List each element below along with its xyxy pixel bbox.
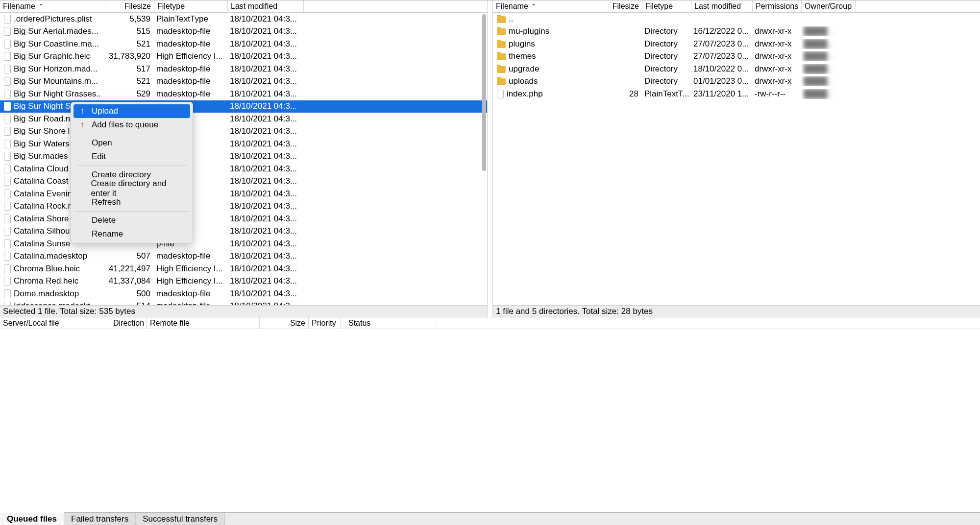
file-modified: 18/10/2021 04:3... <box>228 126 304 136</box>
menu-item-label: Delete <box>92 215 116 225</box>
file-icon <box>4 227 11 236</box>
file-modified: 27/07/2023 0... <box>691 51 753 61</box>
table-row[interactable]: Big Sur Aerial.mades...515madesktop-file… <box>0 25 487 38</box>
file-modified: 18/10/2021 04:3... <box>228 239 304 249</box>
file-size: 521 <box>105 76 154 86</box>
file-icon <box>4 127 11 136</box>
queue-header-direction[interactable]: Direction <box>110 317 147 329</box>
local-header-filename[interactable]: Filename⌃ <box>0 0 105 12</box>
queue-header-priority[interactable]: Priority <box>309 317 341 329</box>
local-header-filesize[interactable]: Filesize <box>105 0 154 12</box>
folder-icon <box>497 53 506 60</box>
table-row[interactable]: Big Sur Horizon.mad...517madesktop-file1… <box>0 63 487 75</box>
menu-item-open[interactable]: Open <box>71 136 193 150</box>
file-modified: 18/10/2021 04:3... <box>228 151 304 161</box>
table-row[interactable]: .. <box>493 13 980 25</box>
table-row[interactable]: upgradeDirectory18/10/2022 0...drwxr-xr-… <box>493 63 980 75</box>
table-row[interactable]: Big Sur Coastline.ma...521madesktop-file… <box>0 38 487 50</box>
file-type: PlainTextType <box>154 14 228 24</box>
remote-header-filename[interactable]: Filename⌃ <box>493 0 598 12</box>
menu-item-label: Create directory and enter it <box>91 179 186 198</box>
file-name: Big Sur.mades <box>14 151 68 161</box>
file-modified: 18/10/2021 04:3... <box>228 89 304 99</box>
file-name: Big Sur Road.n <box>14 114 70 124</box>
table-row[interactable]: pluginsDirectory27/07/2023 0...drwxr-xr-… <box>493 38 980 50</box>
file-permissions: drwxr-xr-x <box>753 51 802 61</box>
tab-failed-transfers[interactable]: Failed transfers <box>64 513 136 525</box>
file-name: upgrade <box>509 64 539 74</box>
pane-divider[interactable] <box>488 0 492 317</box>
table-row[interactable]: Big Sur Night Grasses..529madesktop-file… <box>0 88 487 100</box>
remote-header-filetype[interactable]: Filetype <box>642 0 691 12</box>
file-owner: ████... <box>802 89 856 99</box>
file-modified: 18/10/2021 04:3... <box>228 101 304 111</box>
file-name: Chroma Red.heic <box>14 276 78 286</box>
remote-header-lastmodified[interactable]: Last modified <box>691 0 753 12</box>
local-header-filetype[interactable]: Filetype <box>154 0 228 12</box>
queue-header-status[interactable]: Status <box>341 317 436 329</box>
file-icon <box>4 27 11 36</box>
transfer-queue-body[interactable] <box>0 329 980 512</box>
file-modified: 16/12/2022 0... <box>691 26 753 36</box>
table-row[interactable]: Catalina.madesktop507madesktop-file18/10… <box>0 250 487 263</box>
table-row[interactable]: .orderedPictures.plist5,539PlainTextType… <box>0 13 487 25</box>
file-size: 517 <box>105 64 154 74</box>
queue-header-serverfile[interactable]: Server/Local file <box>0 317 110 329</box>
transfer-queue-header: Server/Local file Direction Remote file … <box>0 317 980 329</box>
file-permissions: drwxr-xr-x <box>753 26 802 36</box>
table-row[interactable]: mu-pluginsDirectory16/12/2022 0...drwxr-… <box>493 25 980 38</box>
file-modified: 18/10/2021 04:3... <box>228 251 304 261</box>
table-row[interactable]: Chroma Blue.heic41,221,497High Efficienc… <box>0 262 487 275</box>
table-row[interactable]: Chroma Red.heic41,337,084High Efficiency… <box>0 275 487 288</box>
file-name: plugins <box>509 39 535 49</box>
menu-item-add-files-to-queue[interactable]: ↑Add files to queue <box>71 118 193 132</box>
tab-queued-files[interactable]: Queued files <box>0 512 64 525</box>
file-type: High Efficiency I... <box>154 51 228 61</box>
file-owner: ████... <box>802 39 856 49</box>
remote-file-list[interactable]: ..mu-pluginsDirectory16/12/2022 0...drwx… <box>493 13 980 305</box>
queue-header-remotefile[interactable]: Remote file <box>147 317 260 329</box>
file-name: themes <box>509 51 536 61</box>
menu-item-edit[interactable]: Edit <box>71 150 193 164</box>
file-modified: 23/11/2020 1... <box>691 89 753 99</box>
file-modified: 18/10/2021 04:3... <box>228 51 304 61</box>
file-type: madesktop-file <box>154 76 228 86</box>
file-name: Catalina Silhou <box>14 226 70 236</box>
table-row[interactable]: Big Sur Mountains.m...521madesktop-file1… <box>0 75 487 88</box>
context-menu: ↑Upload↑Add files to queueOpenEditCreate… <box>71 102 193 243</box>
file-icon <box>4 77 11 86</box>
table-row[interactable]: Dome.madesktop500madesktop-file18/10/202… <box>0 287 487 300</box>
menu-item-rename[interactable]: Rename <box>71 227 193 241</box>
file-type: madesktop-file <box>154 301 228 305</box>
menu-item-delete[interactable]: Delete <box>71 214 193 227</box>
file-modified: 18/10/2021 04:3... <box>228 301 304 305</box>
folder-icon <box>497 78 506 85</box>
queue-header-size[interactable]: Size <box>260 317 309 329</box>
file-name: Big Sur Coastline.ma... <box>14 39 99 49</box>
file-type: PlainTextT... <box>642 89 691 99</box>
local-header-lastmodified[interactable]: Last modified <box>228 0 304 12</box>
table-row[interactable]: themesDirectory27/07/2023 0...drwxr-xr-x… <box>493 50 980 63</box>
table-row[interactable]: uploadsDirectory01/01/2023 0...drwxr-xr-… <box>493 75 980 88</box>
remote-header-owner[interactable]: Owner/Group <box>802 0 856 12</box>
file-size: 507 <box>105 251 154 261</box>
table-row[interactable]: Iridescence.madeskt...514madesktop-file1… <box>0 300 487 306</box>
remote-header-permissions[interactable]: Permissions <box>753 0 802 12</box>
table-row[interactable]: Big Sur Graphic.heic31,783,920High Effic… <box>0 50 487 63</box>
menu-item-label: Add files to queue <box>92 120 158 130</box>
file-type: Directory <box>642 51 691 61</box>
scrollbar-thumb[interactable] <box>482 14 486 171</box>
menu-item-upload[interactable]: ↑Upload <box>74 104 190 118</box>
file-size: 500 <box>105 289 154 299</box>
file-modified: 18/10/2021 04:3... <box>228 76 304 86</box>
remote-header-filesize[interactable]: Filesize <box>598 0 642 12</box>
tab-successful-transfers[interactable]: Successful transfers <box>136 513 225 525</box>
menu-item-create-directory-and-enter-it[interactable]: Create directory and enter it <box>71 182 193 195</box>
file-icon <box>4 52 11 61</box>
file-type: madesktop-file <box>154 64 228 74</box>
file-icon <box>497 90 504 98</box>
file-name: Catalina Shore <box>14 214 69 224</box>
folder-icon <box>497 66 506 73</box>
remote-status-bar: 1 file and 5 directories. Total size: 28… <box>493 305 980 317</box>
table-row[interactable]: index.php28PlainTextT...23/11/2020 1...-… <box>493 88 980 100</box>
